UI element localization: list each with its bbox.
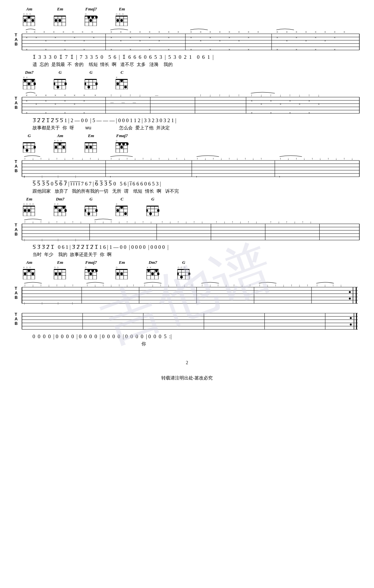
svg-text:↓: ↓ (48, 220, 50, 224)
svg-text:×: × (116, 76, 117, 79)
svg-text:×: × (54, 202, 56, 206)
svg-point-557 (180, 276, 183, 278)
svg-text:↓: ↓ (102, 220, 104, 224)
svg-text:×: × (64, 39, 66, 43)
svg-text:×: × (315, 30, 317, 34)
svg-text:↑: ↑ (118, 284, 120, 287)
svg-text:×: × (149, 36, 151, 39)
svg-text:×: × (305, 39, 307, 43)
svg-text:×: × (257, 30, 259, 34)
svg-text:↑: ↑ (251, 94, 252, 97)
svg-point-542 (151, 273, 154, 275)
svg-text:↓: ↓ (48, 157, 50, 160)
svg-text:↑: ↑ (126, 220, 128, 224)
svg-text:↑: ↑ (238, 94, 240, 97)
chord-diagram-g-2 (85, 76, 98, 89)
chord-g-3: G (23, 133, 36, 153)
svg-text:↑: ↑ (24, 157, 26, 160)
svg-point-494 (32, 273, 34, 275)
svg-text:↓: ↓ (209, 284, 211, 287)
svg-text:↓: ↓ (134, 157, 136, 160)
svg-text:×: × (209, 30, 211, 34)
svg-text:↓: ↓ (252, 157, 254, 160)
svg-text:↑: ↑ (133, 284, 134, 287)
svg-point-378 (28, 209, 30, 212)
svg-text:B: B (15, 295, 18, 300)
svg-text:×: × (55, 36, 57, 39)
svg-text:×: × (26, 76, 28, 79)
svg-text:×: × (315, 48, 317, 51)
svg-point-152 (28, 83, 30, 85)
svg-text:×: × (129, 30, 131, 34)
svg-text:↑: ↑ (316, 284, 318, 287)
svg-text:↓: ↓ (169, 220, 171, 224)
svg-text:○: ○ (23, 202, 25, 206)
svg-text:↑: ↑ (233, 284, 235, 287)
svg-rect-40 (116, 16, 127, 17)
svg-rect-155 (54, 79, 66, 80)
section-5: Am × ○ ○ (13, 260, 361, 305)
svg-text:×: × (91, 30, 93, 34)
chord-diagram-g-6: ○ ○ ○ (177, 266, 190, 279)
svg-rect-369 (23, 206, 35, 207)
svg-text:○: ○ (116, 12, 117, 16)
svg-point-290 (89, 146, 92, 148)
svg-text:×: × (219, 30, 221, 34)
svg-text:↓: ↓ (94, 284, 96, 287)
svg-text:×: × (276, 30, 278, 34)
svg-text:B: B (15, 42, 18, 46)
svg-text:×: × (23, 266, 25, 269)
svg-text:×: × (139, 39, 141, 43)
svg-point-175 (87, 86, 90, 88)
chord-name: G (182, 260, 185, 265)
svg-text:×: × (43, 30, 45, 34)
svg-text:↑: ↑ (72, 284, 74, 287)
svg-point-403 (95, 209, 98, 212)
svg-point-576 (349, 291, 351, 293)
tab-staff-5: T A B ↑ ↓ ↑ ↓ ↑ ↓ ↑ (13, 281, 361, 305)
svg-text:↑: ↑ (286, 220, 287, 224)
svg-text:↓: ↓ (32, 157, 34, 160)
svg-text:↓: ↓ (267, 284, 268, 287)
svg-text:×: × (343, 30, 345, 34)
svg-text:↓: ↓ (134, 220, 136, 224)
svg-text:↑: ↑ (178, 220, 179, 224)
svg-text:↓: ↓ (224, 220, 225, 224)
svg-text:×: × (83, 94, 85, 97)
chord-diagram-em-2: ○ ○ ○ (115, 12, 128, 26)
music-notation-line-2: 3̅ 2̅ 2̅ 1̅ 2̅ 5̅ 5̅ 1 | 2 — 0 0 | 5 — —… (23, 117, 361, 124)
chord-c-1: C × (115, 70, 128, 89)
svg-text:×: × (248, 48, 250, 51)
chord-am-3: Am × ○ ○ (23, 260, 36, 279)
svg-text:×: × (83, 111, 85, 115)
chord-name: Em (119, 6, 125, 12)
svg-text:↑: ↑ (24, 284, 26, 287)
svg-point-188 (124, 86, 127, 88)
svg-point-638 (350, 317, 352, 319)
svg-rect-256 (23, 142, 35, 143)
svg-text:×: × (94, 94, 96, 97)
svg-text:↓: ↓ (280, 94, 281, 97)
svg-text:↑: ↑ (191, 284, 193, 287)
svg-point-390 (59, 209, 61, 212)
svg-text:T: T (15, 312, 17, 317)
chord-name: Em (26, 197, 33, 202)
svg-text:○: ○ (122, 12, 124, 16)
chord-em-2: Em ○ ○ ○ (115, 6, 128, 26)
svg-text:T: T (15, 32, 17, 37)
svg-rect-14 (54, 16, 66, 17)
svg-text:↓: ↓ (32, 284, 34, 287)
svg-text:↓: ↓ (283, 284, 284, 287)
svg-text:×: × (286, 39, 288, 43)
svg-text:↓: ↓ (82, 157, 83, 160)
svg-text:×: × (26, 36, 28, 39)
svg-point-425 (149, 212, 152, 215)
page: 吉他谱 Am × ○ ○ (0, 0, 374, 588)
svg-text:↑: ↑ (176, 284, 178, 287)
svg-text:↑: ↑ (161, 220, 163, 224)
svg-text:↑: ↑ (270, 220, 272, 224)
svg-point-301 (122, 143, 125, 145)
svg-text:×: × (270, 99, 272, 103)
svg-text:↓: ↓ (225, 284, 227, 287)
svg-text:×: × (308, 99, 310, 103)
